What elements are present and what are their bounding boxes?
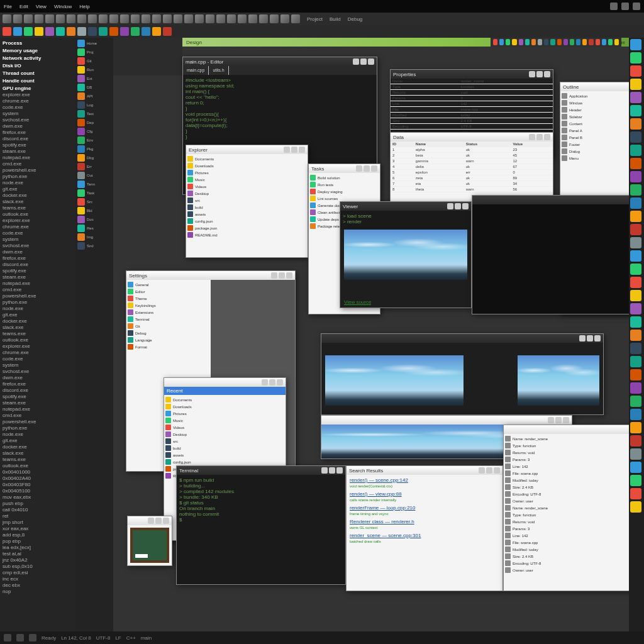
tool-icon[interactable] (238, 14, 247, 23)
code-line[interactable]: > compiled 142 modules (179, 489, 343, 494)
process-row[interactable]: outlook.exe (1, 337, 74, 343)
dock-icon[interactable] (630, 52, 641, 64)
process-row[interactable]: notepad.exe (1, 406, 74, 413)
code-line[interactable]: using namespace std; (186, 83, 374, 89)
code-line[interactable]: nothing to commit (179, 511, 343, 517)
dock-icon[interactable] (630, 79, 641, 90)
tool-icon[interactable] (270, 14, 279, 23)
max-icon[interactable] (364, 165, 370, 172)
process-row[interactable]: powershell.exe (1, 419, 74, 425)
process-row[interactable]: docker.exe (1, 192, 74, 199)
color-tool-icon[interactable] (88, 27, 97, 36)
dock-icon[interactable] (630, 65, 641, 77)
activity-item[interactable]: Res (77, 225, 111, 232)
dock-icon[interactable] (630, 211, 641, 222)
table-row[interactable]: 8thetawarn56 (391, 187, 553, 192)
toolbar-label[interactable]: Build (330, 16, 341, 22)
settings-item[interactable]: Editor (128, 288, 209, 295)
table-row[interactable]: 6zetaok89 (391, 175, 553, 181)
thumb-image[interactable] (325, 355, 464, 406)
status-item[interactable]: LF (115, 635, 121, 641)
process-row[interactable]: steam.exe (1, 148, 74, 155)
status-item[interactable]: main (141, 635, 152, 641)
list-item[interactable]: src (187, 197, 306, 204)
window-titlebar[interactable] (504, 425, 629, 434)
activity-item[interactable]: Home (77, 40, 111, 47)
dock-icon[interactable] (630, 488, 641, 499)
process-row[interactable]: system (1, 236, 74, 243)
tr-icon[interactable] (493, 39, 497, 45)
code-line[interactable]: for(int i=0;i<n;i++){ (186, 117, 374, 123)
color-tool-icon[interactable] (163, 27, 172, 36)
process-row[interactable]: svchost.exe (1, 369, 74, 375)
code-line[interactable]: $ (179, 517, 343, 523)
note-row[interactable]: Size: 2.4 KB (505, 553, 629, 560)
tool-icon[interactable] (152, 14, 161, 23)
process-row[interactable]: system (1, 362, 74, 369)
list-item[interactable]: Pictures (187, 169, 306, 176)
min-icon[interactable] (579, 335, 586, 341)
search-result[interactable]: render() — scene.cpp:142void render(Cont… (348, 476, 501, 490)
toolbar-label[interactable]: Debug (348, 16, 363, 22)
process-row[interactable]: chrome.exe (1, 98, 74, 104)
note-row[interactable]: Name: render_scene (505, 504, 629, 511)
code-line[interactable]: > bundle: 340 KB (179, 494, 343, 500)
dock-icon[interactable] (630, 501, 641, 513)
win-canvas[interactable] (472, 195, 629, 314)
dock-icon[interactable] (630, 475, 641, 486)
color-tool-icon[interactable] (13, 27, 22, 36)
window-titlebar[interactable]: Outline (560, 82, 629, 91)
dock-icon[interactable] (630, 369, 641, 380)
tool-icon[interactable] (280, 14, 289, 23)
process-row[interactable]: node.exe (1, 180, 74, 186)
close-icon[interactable] (544, 134, 550, 140)
color-tool-icon[interactable] (131, 27, 140, 36)
color-tool-icon[interactable] (77, 27, 86, 36)
process-row[interactable]: code.exe (1, 104, 74, 111)
process-row[interactable]: dwm.exe (1, 249, 74, 255)
activity-item[interactable]: Img (77, 233, 111, 241)
search-result[interactable]: Renderer class — renderer.howns GL conte… (348, 518, 501, 531)
max-icon[interactable] (360, 58, 367, 65)
tool-icon[interactable] (259, 14, 268, 23)
col-header[interactable]: ID (391, 142, 414, 147)
process-row[interactable]: docker.exe (1, 444, 74, 450)
tool-icon[interactable] (142, 14, 150, 23)
search-result[interactable]: render() — view.cpp:88calls scene.render… (348, 490, 501, 504)
table-row[interactable]: 7etaok34 (391, 181, 553, 187)
window-titlebar[interactable] (321, 416, 572, 425)
recent-item[interactable]: config.json (165, 458, 284, 465)
process-row[interactable]: cmd.exe (1, 287, 74, 293)
close-icon[interactable] (163, 518, 169, 524)
settings-item[interactable]: Format (128, 343, 209, 350)
close-icon[interactable] (633, 3, 640, 10)
process-row[interactable]: firefox.exe (1, 255, 74, 262)
win-timeline[interactable] (321, 333, 604, 415)
dock-icon[interactable] (630, 343, 641, 354)
process-row[interactable]: powershell.exe (1, 167, 74, 174)
dock-icon[interactable] (630, 316, 641, 328)
tr-icon[interactable] (570, 39, 574, 45)
col-header[interactable]: Name (414, 142, 464, 147)
process-row[interactable]: svchost.exe (1, 117, 74, 123)
list-item[interactable]: README.md (187, 231, 306, 238)
process-row[interactable]: slack.exe (1, 199, 74, 205)
min-icon[interactable] (284, 147, 290, 153)
process-row[interactable]: notepad.exe (1, 155, 74, 161)
activity-item[interactable]: Dep (77, 119, 111, 126)
activity-item[interactable]: Pkg (77, 145, 111, 153)
list-item[interactable]: Sidebar (562, 113, 629, 120)
dock-icon[interactable] (630, 264, 641, 275)
tr-icon[interactable] (544, 39, 548, 45)
color-tool-icon[interactable] (67, 27, 75, 36)
table-row[interactable]: Params3 (391, 96, 553, 101)
table-row[interactable]: 3gammawarn12 (391, 158, 553, 164)
process-row[interactable]: teams.exe (1, 457, 74, 463)
max-icon[interactable] (486, 467, 492, 474)
activity-item[interactable]: Log (77, 101, 111, 109)
dock-icon[interactable] (630, 277, 641, 288)
recent-item[interactable]: src (165, 438, 284, 445)
win-explorer[interactable]: ExplorerDocumentsDownloadsPicturesMusicV… (186, 145, 308, 258)
window-titlebar[interactable]: Settings (126, 271, 295, 280)
window-titlebar[interactable] (321, 334, 603, 343)
